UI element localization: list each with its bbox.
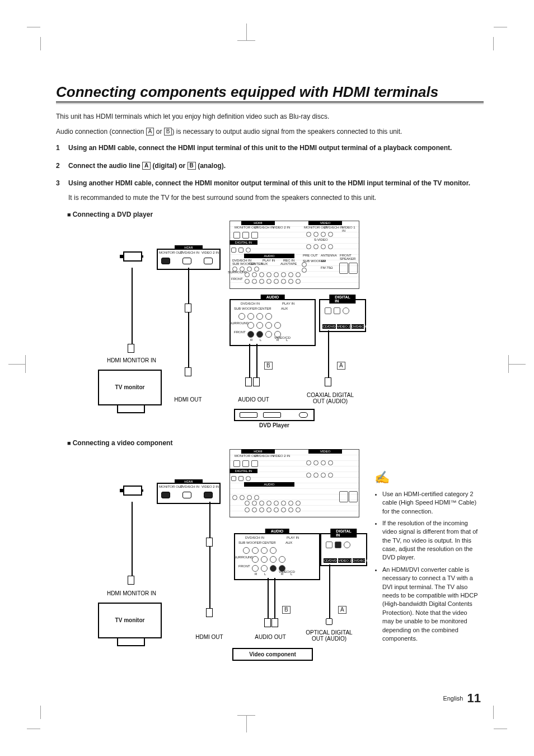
audio2-surround: SURROUND: [234, 556, 254, 559]
audio-r2: R: [277, 338, 279, 342]
plug-icon-11: [271, 618, 278, 627]
intro2-pre: Audio connection (connection: [56, 128, 146, 136]
audio-header: AUDIO: [261, 295, 285, 300]
optical-out-label: OPTICAL DIGITAL OUT (AUDIO): [301, 629, 357, 642]
connector-icon-2: [123, 486, 142, 496]
plug-icon-2: [185, 304, 191, 312]
panel-preout: PRE OUT: [303, 254, 318, 257]
step-1: 1 Using an HDMI cable, connect the HDMI …: [56, 143, 484, 153]
tag-a-diagram: A: [337, 362, 345, 370]
tag-b-diagram: B: [264, 362, 273, 370]
digital2-dvd6ch: DVD/6CH: [353, 558, 365, 563]
step-2-text: Connect the audio line A (digital) or B …: [68, 162, 226, 170]
hdmi-monitor-in-label-2: HDMI MONITOR IN: [101, 590, 162, 596]
subhead-dvd: Connecting a DVD player: [67, 211, 484, 218]
plug-icon-6: [325, 377, 331, 386]
hdmi-vid2: VIDEO 2 IN: [202, 251, 219, 254]
audio2-l2: L: [291, 572, 292, 576]
dvd-player-label: DVD Player: [241, 422, 308, 428]
step-3-num: 3: [56, 179, 68, 203]
diagram-dvd: HDMI MONITOR OUT DVD/6CH IN VIDEO 2 IN D…: [67, 221, 484, 433]
audio2-playin: PLAY IN: [287, 536, 299, 539]
title-divider: [56, 101, 484, 104]
panel-video-label: VIDEO: [308, 221, 342, 225]
subhead-video: Connecting a video component: [67, 439, 484, 447]
panel2-video-label: VIDEO: [308, 449, 342, 454]
rear-panel-full: HDMI MONITOR OUT DVD/6CH IN VIDEO 2 IN D…: [229, 221, 359, 289]
audio-panel-closeup-2: AUDIO DVD/6CH IN PLAY IN SUB WOOFER CENT…: [234, 533, 320, 580]
digital-in-closeup-2: DIGITAL IN CD/DVD VIDEO 2 DVD/6CH: [320, 533, 367, 566]
panel-video2-in: VIDEO 2 IN: [273, 226, 290, 229]
step-2-pre: Connect the audio line: [68, 162, 142, 170]
note-3: An HDMI/DVI converter cable is necessary…: [382, 566, 478, 643]
plug-icon: [128, 344, 134, 353]
audio2-r2: R: [281, 572, 283, 576]
audio-out-label-2: AUDIO OUT: [251, 634, 290, 640]
rear-panel-full-2: HDMI MONITOR OUT DVD/6CH IN VIDEO 2 IN D…: [229, 449, 359, 517]
digital-in-header-2: DIGITAL IN: [330, 529, 357, 538]
tag-b-diagram-2: B: [282, 606, 291, 614]
audio-dvd6ch: DVD/6CH IN: [241, 302, 260, 305]
tv-label-2: TV monitor: [115, 617, 145, 623]
step-1-num: 1: [56, 143, 68, 153]
step-2: 2 Connect the audio line A (digital) or …: [56, 161, 484, 171]
audio-aux: AUX: [281, 307, 288, 310]
hdmi-out-label: HDMI OUT: [171, 396, 205, 403]
diagram-video: HDMI MONITOR OUT DVD/6CH IN VIDEO 2 IN D…: [67, 449, 484, 670]
step-3-sub: It is recommanded to mute the TV for the…: [68, 193, 376, 203]
audio-header-2: AUDIO: [265, 529, 289, 534]
note-2: If the resolution of the incoming video …: [382, 519, 478, 562]
panel-dvd6ch-in: DVD/6CH IN: [255, 226, 274, 229]
hdmi-panel-closeup-2: HDMI MONITOR OUT DVD/6CH IN VIDEO 2 IN: [157, 483, 221, 504]
audio2-r: R: [255, 572, 257, 576]
audio-l2: L: [286, 338, 288, 342]
audio-surround: SURROUND: [229, 321, 249, 325]
audio2-aux: AUX: [285, 541, 292, 544]
plug-icon-9: [206, 608, 213, 617]
tag-a-inline: A: [142, 162, 151, 170]
panel-vid1in: VIDEO 1 IN: [342, 226, 359, 232]
audio-panel-closeup: AUDIO DVD/6CH IN PLAY IN SUB WOOFER CENT…: [229, 299, 316, 346]
plug-icon-8: [206, 538, 213, 547]
plug-icon-12: [326, 618, 332, 625]
audio2-center: CENTER: [262, 541, 276, 544]
intro-text-2: Audio connection (connection A or B) is …: [56, 127, 484, 137]
plug-icon-10: [264, 618, 271, 627]
audio2-front: FRONT: [238, 564, 250, 568]
digital-vid2: VIDEO 2: [337, 324, 350, 329]
tv-monitor-box: TV monitor: [98, 370, 162, 405]
hdmi2-dvd6ch: DVD/6CH IN: [180, 485, 199, 488]
hdmi-out-label-2: HDMI OUT: [193, 634, 226, 640]
note-1: Use an HDMI-certified category 2 cable (…: [382, 490, 478, 516]
hdmi-monout: MONITOR OUT: [159, 251, 183, 254]
step-1-text: Using an HDMI cable, connect the HDMI in…: [68, 144, 452, 152]
digital2-vid2: VIDEO 2: [338, 558, 352, 563]
panel-audio-label: AUDIO: [244, 254, 294, 258]
step-2-num: 2: [56, 161, 68, 171]
audio2-dvd6ch: DVD/6CH IN: [245, 536, 264, 539]
hdmi2-monout: MONITOR OUT: [159, 485, 183, 488]
audio-l: L: [260, 338, 261, 342]
intro2-mid: or: [154, 128, 163, 136]
panel-hdmi-label: HDMI: [241, 221, 275, 225]
digital-cdvd: CD/DVD: [322, 324, 336, 329]
step-3-text: Using another HDMI cable, connect the HD…: [68, 179, 470, 187]
audio2-l: L: [264, 572, 266, 576]
audio-out-label: AUDIO OUT: [234, 396, 273, 403]
connector-icon: [123, 251, 142, 262]
footer-lang: English: [443, 695, 463, 702]
hdmi-dvd6ch: DVD/6CH IN: [180, 251, 199, 254]
audio-r: R: [250, 338, 252, 342]
audio-subwoofer: SUB WOOFER: [234, 307, 257, 310]
panel-frontspk: FRONT SPEAKER: [340, 254, 359, 260]
digital-dvd6ch: DVD/6CH: [352, 324, 364, 329]
audio-front: FRONT: [234, 330, 246, 334]
plug-icon-7: [128, 576, 134, 585]
note-icon: ✍: [374, 469, 478, 487]
dvd-device-box: [234, 409, 315, 421]
coax-out-label: COAXIAL DIGITAL OUT (AUDIO): [302, 392, 358, 404]
video-component-label: Video component: [232, 648, 313, 661]
plug-icon-4: [245, 377, 252, 386]
intro2-post: ) is necessary to output audio signal fr…: [172, 128, 402, 136]
panel2-digital-in: DIGITAL IN: [229, 469, 257, 473]
